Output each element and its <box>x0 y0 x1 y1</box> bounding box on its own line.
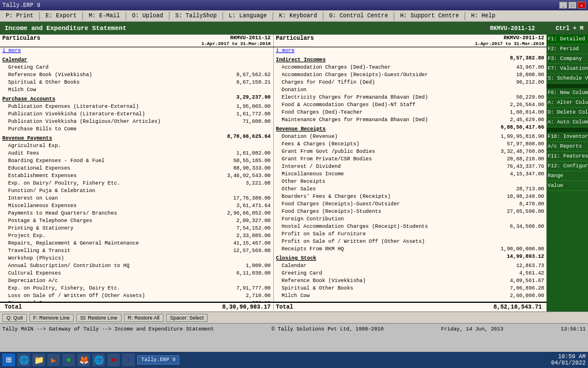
list-item: Loss on Sale of / Written Off (Other Ass… <box>1 292 272 300</box>
list-item: Grant From Govt /public Bodies 3,32,48,7… <box>275 148 546 156</box>
list-item: Other Sales 28,713.00 <box>275 186 546 193</box>
status-date: Friday, 14 Jun, 2013 <box>441 326 503 332</box>
list-item: Maintenance Charges for Premananda Bhava… <box>275 117 546 124</box>
list-item: Function/ Puja & Celebration <box>1 187 272 195</box>
right-section-closing: Closing Stock 14,99,893.12 <box>275 253 546 262</box>
btn-restore-line[interactable]: St: Restore Line <box>76 314 122 322</box>
list-item: Calendar 12,863.73 <box>275 262 546 270</box>
btn-f1-detailed[interactable]: F1: Detailed <box>546 35 588 44</box>
list-item: Food & Accommodation Charges (Ded)-NT St… <box>275 102 546 109</box>
left-total: Total 8,30,90,903.17 <box>2 304 274 310</box>
list-item: Grant From Private/CSR Bodies 20,68,210.… <box>275 156 546 163</box>
btn-auto-column[interactable]: A: Auto Column <box>546 118 588 127</box>
list-item: Agricultural Exp. <box>1 142 272 150</box>
close-btn[interactable]: ✕ <box>578 2 586 9</box>
list-item: Repairs, Replacement & General Maintenan… <box>1 240 272 247</box>
btn-spacer-select[interactable]: Spacer: Select <box>166 314 208 322</box>
list-item: Workshop (Physics) <box>1 255 272 262</box>
menu-print[interactable]: P: Print <box>1 12 38 20</box>
btn-inventory-reports[interactable]: F10: Inventory Reports <box>546 132 588 142</box>
menu-bar: P: Print E: Export M: E-Mail O: Upload S… <box>0 10 588 22</box>
list-item: Spiritual & Other Books 6,67,150.21 <box>1 79 272 87</box>
window-controls[interactable]: _ □ ✕ <box>559 2 586 9</box>
btn-remove-line[interactable]: F: Remove Line <box>29 314 74 322</box>
btn-range[interactable]: Range <box>546 171 588 181</box>
list-item: Postage & Telephone Charges 2,09,327.00 <box>1 217 272 225</box>
list-item: Profit on Sale of Furniture <box>275 231 546 238</box>
list-item: Exp. on Poultry, Fishery, Dairy Etc. 7,9… <box>1 285 272 292</box>
menu-language[interactable]: L: Language <box>224 12 272 20</box>
menu-upload[interactable]: O: Upload <box>127 12 168 20</box>
btn-value[interactable]: Value <box>546 181 588 191</box>
taskbar-folder[interactable]: 📁 <box>32 354 45 366</box>
list-item: Publication Vivekkisha (Religious/Other … <box>1 118 272 126</box>
list-item: Greeting Card <box>1 64 272 72</box>
list-item: Interest on Loan 17,76,380.00 <box>1 195 272 202</box>
list-item: Establishment Expenses 3,46,92,543.00 <box>1 172 272 180</box>
menu-keyboard[interactable]: K: Keyboard <box>274 12 322 20</box>
list-item: Boarding Expenses - Food & Fuel 50,55,18… <box>1 157 272 165</box>
menu-help[interactable]: H: Help <box>466 12 500 20</box>
list-item: Boarders' Fees & Charges (Receipts) 10,9… <box>275 193 546 201</box>
right-total-value: 8,52,16,543.71 <box>493 304 542 310</box>
left-period-label: RKMVU-2011-12 <box>201 35 270 41</box>
taskbar-app5[interactable]: W <box>122 354 135 366</box>
menu-support[interactable]: H: Support Centre <box>395 12 463 20</box>
start-button[interactable]: ⊞ <box>2 354 15 366</box>
left-more-link[interactable]: 1 more <box>1 47 272 55</box>
list-item: Hostel Accommodation Charges (Receipt)-S… <box>275 223 546 231</box>
list-item: Exp. on Dairy/ Poultry, Fishery Etc. 3,2… <box>1 180 272 187</box>
btn-f2-period[interactable]: F2: Period <box>546 44 588 54</box>
list-item: Interest / Dividend 76,43,337.76 <box>275 163 546 171</box>
title-bar: Tally.ERP 9 _ □ ✕ <box>0 0 588 10</box>
list-item: Reference Book (Vivekkisha) 8,67,562.62 <box>1 72 272 79</box>
bottom-bar: Q: Quit F: Remove Line St: Restore Line … <box>0 311 588 323</box>
btn-f7-valuation[interactable]: F7: Valuation <box>546 64 588 74</box>
btn-ac-reports[interactable]: A/c Reports <box>546 142 588 152</box>
list-item: Greeting Card 4,561.42 <box>275 270 546 277</box>
maximize-btn[interactable]: □ <box>568 2 576 9</box>
menu-tallyshop[interactable]: S: TallyShop <box>171 12 221 20</box>
list-item: Profit on Sale of / Written Off (Other A… <box>275 238 546 246</box>
left-section-revenue: Revenue Payments 8,78,66,625.64 <box>1 133 272 142</box>
taskbar-media[interactable]: ▶ <box>47 354 60 366</box>
btn-schedule[interactable]: S: Schedule VI <box>546 74 588 84</box>
list-item: Annual Subscription/ Contribution to HQ … <box>1 262 272 270</box>
app-header: Income and Expenditure Statement RKMVU-2… <box>0 22 588 35</box>
list-item: Accommodation Charges (Receipts)-Guest/O… <box>275 72 546 79</box>
menu-export[interactable]: E: Export <box>41 12 81 20</box>
status-copyright: © Tally Solutions Pvt Ltd, 1988-2010 <box>272 326 383 332</box>
list-item: Donation (Revenue) 1,99,95,818.90 <box>275 133 546 141</box>
active-app-tally[interactable]: Tally.ERP 9 <box>137 355 179 365</box>
right-period-label: RKMVU-2011-12 <box>475 35 544 41</box>
list-item: Accommodation Charges (Ded)-Teacher 43,9… <box>275 64 546 72</box>
list-item: Miscellaneous Income 4,15,347.00 <box>275 171 546 178</box>
taskbar-app2[interactable]: 🦊 <box>77 354 90 366</box>
btn-restore-all[interactable]: R: Restore All <box>124 314 164 322</box>
app-title: Tally.ERP 9 <box>2 2 40 9</box>
btn-f3-company[interactable]: F3: Company <box>546 54 588 64</box>
btn-new-column[interactable]: F6: New Column <box>546 88 588 98</box>
btn-delete-column[interactable]: D: Delete Column <box>546 108 588 118</box>
list-item: Donation <box>275 87 546 94</box>
btn-alter-column[interactable]: A: Alter Column <box>546 98 588 108</box>
taskbar-ie[interactable]: 🌐 <box>17 354 30 366</box>
btn-f12-configure[interactable]: F12: Configure <box>546 162 588 171</box>
right-panel: F1: Detailed F2: Period F3: Company F7: … <box>546 35 588 311</box>
right-more-link[interactable]: 1 more <box>275 47 546 55</box>
list-item: Depreciation A/c <box>1 277 272 285</box>
btn-quit[interactable]: Q: Quit <box>2 314 27 322</box>
taskbar-app3[interactable]: 🌐 <box>92 354 105 366</box>
total-bar: Total 8,30,90,903.17 Total 8,52,16,543.7… <box>0 302 546 311</box>
left-table-col: 1 more Calendar Greeting Card Reference … <box>0 47 274 302</box>
menu-control-centre[interactable]: G: Control Centre <box>325 12 393 20</box>
btn-f11-features[interactable]: F11: Features <box>546 152 588 162</box>
menu-email[interactable]: M: E-Mail <box>84 12 125 20</box>
taskbar-app4[interactable]: ● <box>107 354 120 366</box>
left-section-calendar: Calendar <box>1 55 272 64</box>
list-item: Miscellaneous Expenses 3,61,471.64 <box>1 202 272 210</box>
minimize-btn[interactable]: _ <box>559 2 567 9</box>
taskbar-app1[interactable]: ● <box>62 354 75 366</box>
list-item: Cultural Expenses 6,11,030.00 <box>1 270 272 277</box>
list-item: Travelling & Transit 12,57,569.00 <box>1 247 272 255</box>
